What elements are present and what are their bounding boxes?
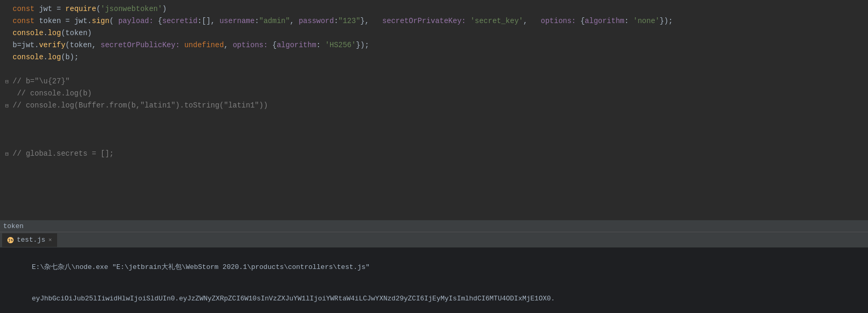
fold-gutter (5, 40, 13, 51)
code-content (13, 136, 868, 147)
code-line: // console.log(b) (0, 88, 868, 100)
fold-gutter (5, 88, 13, 100)
fold-gutter (5, 112, 13, 124)
fold-gutter (5, 136, 13, 148)
code-content[interactable]: b=jwt.verify(token, secretOrPublicKey: u… (13, 39, 868, 51)
fold-gutter (5, 16, 13, 27)
tab-close-button[interactable]: × (49, 237, 52, 243)
code-content[interactable]: // global.secrets = []; (13, 148, 868, 159)
fold-gutter (5, 124, 13, 136)
code-content[interactable]: console.log(token) (13, 27, 868, 39)
editor-area: const jwt = require('jsonwebtoken') cons… (0, 0, 868, 220)
code-line (0, 112, 868, 124)
code-content[interactable]: const token = jwt.sign( payload: {secret… (13, 15, 868, 27)
code-content (13, 124, 868, 135)
code-line: ⊟ // b="\u{27}" (0, 75, 868, 88)
code-line: ⊟ // console.log(Buffer.from(b,"latin1")… (0, 100, 868, 112)
fold-gutter (5, 52, 13, 63)
code-content[interactable]: // console.log(b) (13, 88, 868, 99)
code-line: ⊟ // global.secrets = []; (0, 148, 868, 160)
code-line: console.log(b); (0, 51, 868, 63)
terminal-path: E:\杂七杂八\node.exe "E:\jetbrain大礼包\WebStor… (32, 263, 370, 271)
code-line (0, 63, 868, 75)
token-status: token (0, 220, 868, 232)
terminal-line-1: E:\杂七杂八\node.exe "E:\jetbrain大礼包\WebStor… (7, 252, 861, 283)
code-content[interactable]: console.log(b); (13, 51, 868, 63)
terminal-jwt-token: eyJhbGciOiJub25lIiwidHlwIjoiSldUIn0.eyJz… (32, 295, 555, 303)
editor-wrapper: const jwt = require('jsonwebtoken') cons… (0, 0, 868, 313)
terminal-area: E:\杂七杂八\node.exe "E:\jetbrain大礼包\WebStor… (0, 247, 868, 313)
fold-gutter (5, 28, 13, 39)
fold-gutter (5, 4, 13, 15)
code-line: const jwt = require('jsonwebtoken') (0, 3, 868, 15)
code-content (13, 63, 868, 75)
fold-gutter: ⊟ (5, 76, 13, 88)
fold-gutter: ⊟ (5, 148, 13, 160)
token-label: token (3, 222, 24, 230)
terminal-line-2: eyJhbGciOiJub25lIiwidHlwIjoiSldUIn0.eyJz… (7, 283, 861, 313)
code-content[interactable]: const jwt = require('jsonwebtoken') (13, 3, 868, 15)
tab-bar: js test.js × (0, 232, 868, 247)
fold-gutter (5, 64, 13, 75)
code-line: const token = jwt.sign( payload: {secret… (0, 15, 868, 27)
code-content[interactable]: // console.log(Buffer.from(b,"latin1").t… (13, 100, 868, 111)
code-content (13, 112, 868, 123)
code-line (0, 124, 868, 136)
code-line: console.log(token) (0, 27, 868, 39)
code-line: b=jwt.verify(token, secretOrPublicKey: u… (0, 39, 868, 51)
code-line (0, 136, 868, 148)
file-tab[interactable]: js test.js × (2, 233, 57, 247)
js-file-icon: js (7, 237, 14, 243)
tab-filename: test.js (17, 236, 46, 244)
fold-gutter: ⊟ (5, 100, 13, 112)
code-content[interactable]: // b="\u{27}" (13, 75, 868, 87)
